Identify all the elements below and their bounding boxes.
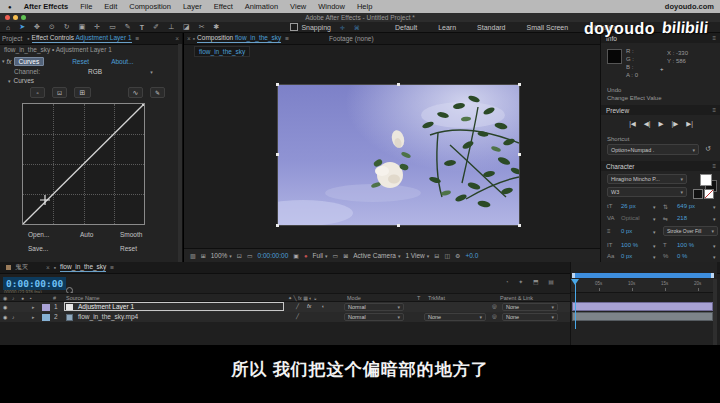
exposure-value[interactable]: +0.0 (465, 252, 478, 259)
view-layout-select[interactable]: 1 View ▾ (405, 252, 429, 259)
curves-open-button[interactable]: Open... (28, 231, 49, 238)
leading-caret-icon[interactable]: ▾ (713, 204, 716, 210)
video-frame[interactable] (278, 85, 519, 225)
resolution-select[interactable]: Full ▾ (313, 252, 328, 259)
layer2-mode-select[interactable]: Normal ▾ (344, 313, 404, 321)
viewer-timecode[interactable]: 0:00:00:00 (258, 252, 289, 259)
pen-tool[interactable]: ✎ (125, 23, 131, 31)
layer2-audio-icon[interactable]: ♪ (12, 314, 15, 320)
work-area-bar[interactable] (572, 273, 714, 278)
layer1-quality-icon[interactable]: ╱ (296, 303, 299, 309)
no-fill-swatch[interactable] (704, 189, 714, 199)
workspace-standard[interactable]: Standard (477, 24, 505, 31)
selection-tool[interactable]: ➤ (19, 23, 25, 31)
info-panel-menu-icon[interactable]: ≡ (712, 35, 716, 41)
transparency-grid-icon[interactable]: ⊠ (343, 252, 348, 259)
menu-app-name[interactable]: After Effects (24, 2, 69, 11)
frame-handle-mid-right[interactable] (518, 153, 521, 156)
curves-smooth-tool[interactable]: ∿ (128, 87, 143, 98)
layer1-pickwhip-icon[interactable]: ◎ (492, 303, 497, 309)
pan-behind-tool[interactable]: ✛ (94, 23, 100, 31)
horizontal-scale-value[interactable]: 100 % (677, 242, 694, 248)
layer2-name[interactable]: flow_in_the_sky.mp4 (78, 313, 138, 320)
comp-breadcrumb[interactable]: flow_in_the_sky (194, 46, 250, 57)
pixel-aspect-icon[interactable]: ⊟ (434, 252, 439, 259)
guides-icon[interactable]: ⊡ (237, 252, 242, 259)
timeline-tab-close-icon[interactable]: × (46, 264, 50, 271)
roto-brush-tool[interactable]: ✂ (199, 23, 205, 31)
fast-previews-gear-icon[interactable]: ⚙ (455, 252, 460, 259)
home-tool[interactable]: ⌂ (6, 24, 10, 31)
comp-panel-menu-icon[interactable]: ≡ (285, 35, 289, 42)
camera-select[interactable]: Active Camera ▾ (353, 252, 400, 259)
menu-composition[interactable]: Composition (129, 2, 171, 11)
layer1-parent-select[interactable]: None ▾ (502, 303, 558, 311)
mask-visibility-icon[interactable]: ▭ (247, 252, 253, 259)
rectangle-tool[interactable]: ▭ (109, 23, 116, 31)
stroke-width-caret-icon[interactable]: ▾ (653, 229, 656, 235)
stroke-mode-select[interactable]: Stroke Over Fill ▾ (663, 226, 718, 236)
grid-options-icon[interactable]: ⊞ (201, 252, 206, 259)
eraser-tool[interactable]: ◪ (183, 23, 190, 31)
layer1-twirl-icon[interactable]: ▸ (32, 304, 35, 310)
magnification-select[interactable]: 100% ▾ (211, 252, 232, 259)
snap-options-icon[interactable]: ✛ (340, 24, 345, 31)
layer2-twirl-icon[interactable]: ▸ (32, 314, 35, 320)
tab-composition[interactable]: Composition flow_in_the_sky (197, 34, 281, 43)
menu-edit[interactable]: Edit (104, 2, 117, 11)
frame-handle-bottom-left[interactable] (276, 224, 279, 227)
brush-tool[interactable]: ✐ (153, 23, 159, 31)
menu-help[interactable]: Help (357, 2, 372, 11)
header-source-name[interactable]: Source Name (66, 295, 100, 301)
show-channel-icon[interactable]: ● (304, 253, 308, 259)
apple-logo-icon[interactable]: ● (8, 4, 12, 10)
curves-grid[interactable] (22, 103, 145, 225)
curves-smooth-button[interactable]: Smooth (120, 231, 142, 238)
clone-stamp-tool[interactable]: ⊥ (168, 23, 174, 31)
type-tool[interactable]: T (140, 24, 144, 31)
frame-handle-bottom-center[interactable] (397, 224, 400, 227)
snapping-toggle[interactable]: Snapping (290, 23, 331, 31)
snapping-checkbox[interactable] (290, 23, 298, 31)
tab-other-comp[interactable]: 鬼灭 (15, 263, 28, 272)
workspace-small-screen[interactable]: Small Screen (527, 24, 569, 31)
curves-auto-button[interactable]: Auto (80, 231, 93, 238)
layer1-label-chip[interactable] (42, 304, 50, 311)
hand-tool[interactable]: ✥ (34, 23, 40, 31)
frame-handle-top-left[interactable] (276, 83, 279, 86)
camera-tool[interactable]: ▣ (79, 23, 86, 31)
font-style-select[interactable]: W3 ▾ (607, 187, 687, 197)
leading-value[interactable]: 649 px (677, 203, 695, 209)
vertical-scale-value[interactable]: 100 % (621, 242, 638, 248)
horizontal-scale-caret-icon[interactable]: ▾ (713, 243, 716, 249)
menu-file[interactable]: File (80, 2, 92, 11)
mini-flowchart-icon[interactable]: ◫ (444, 252, 450, 259)
timeline-view-options[interactable]: ◔ ✦ ⬒ ▤ (505, 278, 558, 285)
timeline-vertical-scrollbar[interactable] (713, 279, 717, 345)
effect-controls-scrollbar[interactable] (178, 44, 182, 262)
kerning-value[interactable]: Optical (621, 215, 640, 221)
header-eye-icon[interactable]: ◉ (3, 295, 7, 301)
header-mode[interactable]: Mode (347, 295, 361, 301)
frame-handle-top-right[interactable] (518, 83, 521, 86)
timeline-panel-menu-icon[interactable]: ≡ (110, 264, 114, 271)
frame-handle-bottom-right[interactable] (518, 224, 521, 227)
header-parent-link[interactable]: Parent & Link (500, 295, 533, 301)
timeline-timecode[interactable]: 0:00:00:00 (3, 277, 66, 290)
curves-io-tool[interactable]: ⊡ (52, 87, 67, 98)
work-area-start-handle[interactable] (572, 273, 575, 278)
curves-point-tool[interactable]: ▫ (30, 87, 45, 98)
curves-expand-tool[interactable]: ⊞ (74, 87, 91, 98)
menu-window[interactable]: Window (318, 2, 345, 11)
menu-animation[interactable]: Animation (245, 2, 278, 11)
previous-frame-button[interactable]: ◀| (644, 120, 651, 128)
effect-name-chip[interactable]: Curves (14, 57, 45, 66)
tab-footage[interactable]: Footage (none) (329, 35, 373, 42)
reset-shortcut-icon[interactable]: ↺ (705, 145, 711, 153)
menu-view[interactable]: View (290, 2, 306, 11)
workspace-default[interactable]: Default (395, 24, 417, 31)
header-lock-icon[interactable]: ▪ (30, 295, 32, 301)
header-trkmat[interactable]: TrkMat (428, 295, 445, 301)
vertical-scale-caret-icon[interactable]: ▾ (653, 243, 656, 249)
tsume-caret-icon[interactable]: ▾ (713, 254, 716, 260)
